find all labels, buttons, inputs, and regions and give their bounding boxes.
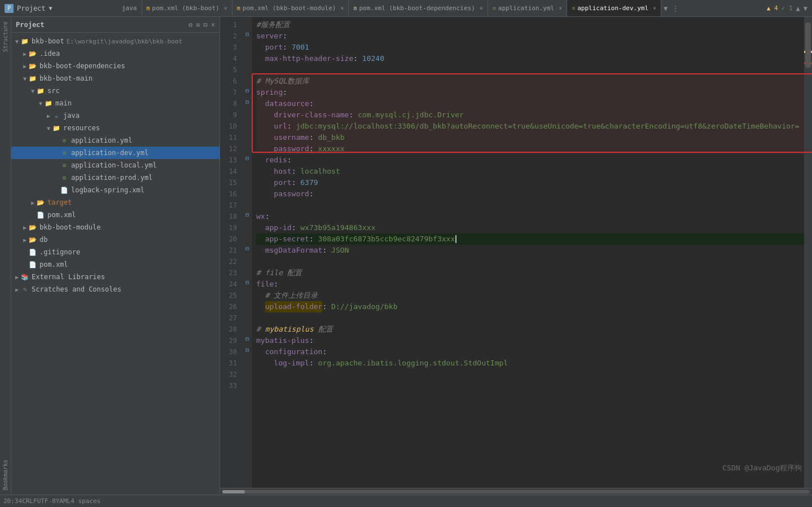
code-content[interactable]: #服务配置 server: port: 7001 max-http-header…	[252, 17, 804, 488]
editor-tabs: java m pom.xml (bkb-boot) × m pom.xml (b…	[117, 0, 767, 16]
key-configuration: configuration	[265, 346, 323, 358]
tree-item-java[interactable]: ▶ ☕ java	[11, 109, 220, 122]
tree-item-scratches[interactable]: ▶ ✎ Scratches and Consoles	[11, 283, 220, 296]
gutter-24[interactable]: ⊟	[243, 276, 252, 288]
folder-icon: 📁	[36, 86, 45, 95]
indent-3	[256, 42, 265, 53]
tree-item-bkb-boot-module[interactable]: ▶ 📂 bkb-boot-module	[11, 221, 220, 233]
tab-pom-bkb-boot-dependencies-close[interactable]: ×	[480, 5, 483, 11]
indent-14	[256, 166, 274, 177]
tree-item-pom-root[interactable]: ▶ 📄 pom.xml	[11, 258, 220, 271]
java-folder-icon: ☕	[52, 111, 61, 120]
tree-item-main[interactable]: ▼ 📁 main	[11, 97, 220, 109]
gutter-8[interactable]: ⊟	[243, 96, 252, 107]
tree-item-src[interactable]: ▼ 📁 src	[11, 85, 220, 97]
tree-item-idea[interactable]: ▶ 📂 .idea	[11, 47, 220, 60]
gutter-11	[243, 130, 252, 141]
tree-item-application-prod-yml[interactable]: ▶ ≡ application-prod.yml	[11, 171, 220, 184]
tree-item-bkb-boot[interactable]: ▼ 📁 bkb-boot E:\workgit\javadog\bkb\bkb-…	[11, 35, 220, 47]
structure-tab[interactable]: Structure	[1, 17, 10, 56]
tree-arrow: ▶	[29, 200, 36, 206]
horizontal-scrollbar-track[interactable]	[222, 490, 810, 493]
comment-mybatis-italic: mybatisplus	[265, 324, 314, 335]
tree-item-db[interactable]: ▶ 📂 db	[11, 233, 220, 246]
project-dropdown-arrow[interactable]: ▼	[49, 5, 52, 11]
horizontal-scrollbar-thumb[interactable]	[222, 490, 245, 493]
gutter-30[interactable]: ⊟	[243, 344, 252, 355]
xml-icon: 📄	[28, 260, 37, 269]
tab-overflow-arrow[interactable]: ▼	[661, 5, 670, 12]
tab-application-yml[interactable]: ≡ application.yml ×	[488, 0, 567, 16]
tab-application-dev-yml-close[interactable]: ×	[653, 5, 656, 11]
folder-icon: 📂	[28, 223, 37, 232]
gutter-3	[243, 39, 252, 51]
sidebar-settings-icon[interactable]: ⚙	[188, 21, 192, 29]
line-num-31: 31	[220, 358, 239, 369]
tree-label-pom-root: pom.xml	[39, 261, 68, 268]
indent-12	[256, 143, 274, 155]
scroll-up-button[interactable]: ▲	[796, 5, 800, 12]
tab-pom-bkb-boot-close[interactable]: ×	[224, 5, 227, 11]
sidebar: Project ⚙ ≡ ⊟ × ▼ 📁 bkb-boot E:\workgit\…	[11, 17, 220, 495]
tab-application-dev-yml[interactable]: ≡ application-dev.yml ×	[567, 0, 661, 16]
code-line-11: username: db_bkb	[256, 132, 804, 143]
project-selector[interactable]: P Project ▼	[5, 4, 117, 13]
folder-icon: 📂	[28, 61, 37, 70]
key-header-size: max-http-header-size	[265, 53, 354, 64]
bookmarks-tab[interactable]: Bookmarks	[1, 455, 10, 495]
gutter-21[interactable]: ⊟	[243, 243, 252, 254]
gutter-18[interactable]: ⊟	[243, 209, 252, 220]
code-editor[interactable]: 1 2 3 4 5 6 7 8 9 10 11 12 13 14 15 16 1…	[220, 17, 812, 488]
tree-item-application-yml[interactable]: ▶ ≡ application.yml	[11, 134, 220, 147]
key-app-id: app-id	[265, 222, 292, 233]
val-app-id: wx73b95a194863xxx	[300, 222, 375, 233]
line-num-24: 24	[220, 279, 239, 290]
tab-more-actions[interactable]: ⋮	[670, 5, 681, 12]
sidebar-close-icon[interactable]: ×	[211, 21, 215, 29]
gutter-13[interactable]: ⊟	[243, 152, 252, 164]
indent-19	[256, 222, 265, 233]
tab-pom-bkb-boot-module-close[interactable]: ×	[340, 5, 344, 11]
tab-pom-bkb-boot-label: pom.xml (bkb-boot)	[152, 5, 220, 12]
tree-item-application-dev-yml[interactable]: ▶ ≡ application-dev.yml	[11, 147, 220, 159]
tree-item-gitignore[interactable]: ▶ 📄 .gitignore	[11, 246, 220, 258]
tree-item-external-libs[interactable]: ▶ 📚 External Libraries	[11, 271, 220, 283]
tab-yml-icon-active: ≡	[572, 5, 575, 11]
tab-pom-bkb-boot-module[interactable]: m pom.xml (bkb-boot-module) ×	[232, 0, 349, 16]
tree-item-logback-spring-xml[interactable]: ▶ 📄 logback-spring.xml	[11, 184, 220, 196]
tree-label-scratches: Scratches and Consoles	[32, 285, 121, 293]
tab-java[interactable]: java	[117, 0, 142, 16]
gutter-29[interactable]: ⊟	[243, 333, 252, 344]
tab-application-yml-close[interactable]: ×	[559, 5, 562, 11]
tree-arrow: ▼	[45, 125, 52, 131]
bottom-scrollbar[interactable]	[220, 488, 812, 495]
indent-26	[256, 301, 265, 312]
folder-icon: 📂	[28, 49, 37, 58]
scroll-down-button[interactable]: ▼	[804, 5, 807, 12]
tree-item-bkb-boot-main[interactable]: ▼ 📁 bkb-boot-main	[11, 72, 220, 85]
val-driver: com.mysql.cj.jdbc.Driver	[358, 109, 464, 121]
code-line-23: # file 配置	[256, 267, 804, 279]
gutter-2[interactable]: ⊟	[243, 28, 252, 39]
sidebar-collapse-icon[interactable]: ⊟	[204, 21, 208, 29]
sidebar-sort-icon[interactable]: ≡	[196, 21, 200, 29]
gutter-7[interactable]: ⊟	[243, 85, 252, 96]
indent-20	[256, 233, 265, 245]
tree-item-application-local-yml[interactable]: ▶ ≡ application-local.yml	[11, 159, 220, 171]
tree-label-logback-spring-xml: logback-spring.xml	[71, 186, 144, 194]
gutter-12	[243, 141, 252, 152]
status-encoding: UTF-8	[37, 497, 56, 505]
tab-pom-bkb-boot[interactable]: m pom.xml (bkb-boot) ×	[142, 0, 232, 16]
gutter-5	[243, 62, 252, 73]
tree-item-bkb-boot-dependencies[interactable]: ▶ 📂 bkb-boot-dependencies	[11, 60, 220, 72]
code-line-29: mybatis-plus:	[256, 335, 804, 346]
tab-application-dev-yml-label: application-dev.yml	[577, 5, 648, 12]
tab-pom-bkb-boot-dependencies[interactable]: m pom.xml (bkb-boot-dependencies) ×	[349, 0, 488, 16]
tree-item-target[interactable]: ▶ 📂 target	[11, 196, 220, 209]
yml-icon: ≡	[60, 136, 69, 145]
val-log-impl: org.apache.ibatis.logging.stdout.StdOutI…	[318, 358, 508, 369]
scroll-thumb[interactable]	[805, 23, 811, 68]
tree-item-resources[interactable]: ▼ 📁 resources	[11, 122, 220, 134]
tree-item-pom-main[interactable]: ▶ 📄 pom.xml	[11, 209, 220, 221]
line-num-28: 28	[220, 324, 239, 335]
